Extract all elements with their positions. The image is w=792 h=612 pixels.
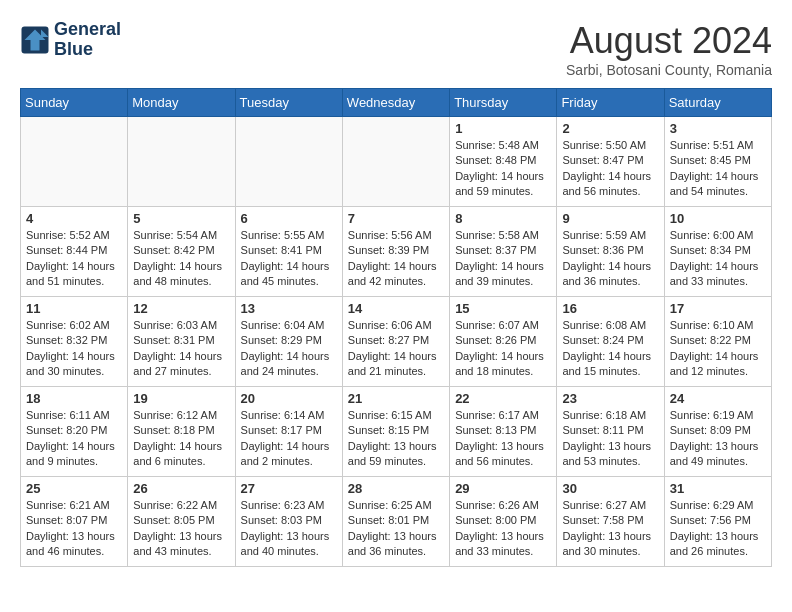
day-number: 25 (26, 481, 122, 496)
calendar-cell: 19Sunrise: 6:12 AM Sunset: 8:18 PM Dayli… (128, 387, 235, 477)
day-info: Sunrise: 6:18 AM Sunset: 8:11 PM Dayligh… (562, 408, 658, 470)
day-info: Sunrise: 6:19 AM Sunset: 8:09 PM Dayligh… (670, 408, 766, 470)
day-info: Sunrise: 6:25 AM Sunset: 8:01 PM Dayligh… (348, 498, 444, 560)
weekday-header-tuesday: Tuesday (235, 89, 342, 117)
day-info: Sunrise: 6:17 AM Sunset: 8:13 PM Dayligh… (455, 408, 551, 470)
day-info: Sunrise: 6:02 AM Sunset: 8:32 PM Dayligh… (26, 318, 122, 380)
day-info: Sunrise: 5:51 AM Sunset: 8:45 PM Dayligh… (670, 138, 766, 200)
weekday-header-monday: Monday (128, 89, 235, 117)
calendar-cell: 21Sunrise: 6:15 AM Sunset: 8:15 PM Dayli… (342, 387, 449, 477)
calendar-cell: 9Sunrise: 5:59 AM Sunset: 8:36 PM Daylig… (557, 207, 664, 297)
day-number: 30 (562, 481, 658, 496)
weekday-header-sunday: Sunday (21, 89, 128, 117)
logo: General Blue (20, 20, 121, 60)
calendar-table: SundayMondayTuesdayWednesdayThursdayFrid… (20, 88, 772, 567)
calendar-title: August 2024 (566, 20, 772, 62)
calendar-cell: 12Sunrise: 6:03 AM Sunset: 8:31 PM Dayli… (128, 297, 235, 387)
calendar-cell: 13Sunrise: 6:04 AM Sunset: 8:29 PM Dayli… (235, 297, 342, 387)
day-number: 20 (241, 391, 337, 406)
day-number: 21 (348, 391, 444, 406)
calendar-cell: 26Sunrise: 6:22 AM Sunset: 8:05 PM Dayli… (128, 477, 235, 567)
logo-text: General Blue (54, 20, 121, 60)
day-number: 19 (133, 391, 229, 406)
weekday-header-thursday: Thursday (450, 89, 557, 117)
day-info: Sunrise: 6:27 AM Sunset: 7:58 PM Dayligh… (562, 498, 658, 560)
day-info: Sunrise: 6:06 AM Sunset: 8:27 PM Dayligh… (348, 318, 444, 380)
day-number: 7 (348, 211, 444, 226)
day-number: 17 (670, 301, 766, 316)
day-info: Sunrise: 5:50 AM Sunset: 8:47 PM Dayligh… (562, 138, 658, 200)
weekday-header-wednesday: Wednesday (342, 89, 449, 117)
day-info: Sunrise: 6:22 AM Sunset: 8:05 PM Dayligh… (133, 498, 229, 560)
week-row-4: 18Sunrise: 6:11 AM Sunset: 8:20 PM Dayli… (21, 387, 772, 477)
weekday-header-saturday: Saturday (664, 89, 771, 117)
calendar-cell (235, 117, 342, 207)
calendar-cell (128, 117, 235, 207)
week-row-5: 25Sunrise: 6:21 AM Sunset: 8:07 PM Dayli… (21, 477, 772, 567)
weekday-header-row: SundayMondayTuesdayWednesdayThursdayFrid… (21, 89, 772, 117)
day-number: 4 (26, 211, 122, 226)
title-area: August 2024 Sarbi, Botosani County, Roma… (566, 20, 772, 78)
week-row-3: 11Sunrise: 6:02 AM Sunset: 8:32 PM Dayli… (21, 297, 772, 387)
calendar-cell: 27Sunrise: 6:23 AM Sunset: 8:03 PM Dayli… (235, 477, 342, 567)
day-number: 9 (562, 211, 658, 226)
day-info: Sunrise: 5:58 AM Sunset: 8:37 PM Dayligh… (455, 228, 551, 290)
calendar-cell: 30Sunrise: 6:27 AM Sunset: 7:58 PM Dayli… (557, 477, 664, 567)
day-number: 5 (133, 211, 229, 226)
calendar-cell: 1Sunrise: 5:48 AM Sunset: 8:48 PM Daylig… (450, 117, 557, 207)
calendar-cell: 31Sunrise: 6:29 AM Sunset: 7:56 PM Dayli… (664, 477, 771, 567)
day-info: Sunrise: 6:04 AM Sunset: 8:29 PM Dayligh… (241, 318, 337, 380)
calendar-cell: 6Sunrise: 5:55 AM Sunset: 8:41 PM Daylig… (235, 207, 342, 297)
day-info: Sunrise: 6:29 AM Sunset: 7:56 PM Dayligh… (670, 498, 766, 560)
day-info: Sunrise: 6:21 AM Sunset: 8:07 PM Dayligh… (26, 498, 122, 560)
logo-line1: General (54, 20, 121, 40)
day-number: 22 (455, 391, 551, 406)
day-number: 14 (348, 301, 444, 316)
calendar-cell: 24Sunrise: 6:19 AM Sunset: 8:09 PM Dayli… (664, 387, 771, 477)
logo-icon (20, 25, 50, 55)
calendar-cell: 7Sunrise: 5:56 AM Sunset: 8:39 PM Daylig… (342, 207, 449, 297)
day-number: 28 (348, 481, 444, 496)
day-info: Sunrise: 6:26 AM Sunset: 8:00 PM Dayligh… (455, 498, 551, 560)
day-info: Sunrise: 5:52 AM Sunset: 8:44 PM Dayligh… (26, 228, 122, 290)
day-info: Sunrise: 5:54 AM Sunset: 8:42 PM Dayligh… (133, 228, 229, 290)
calendar-cell: 23Sunrise: 6:18 AM Sunset: 8:11 PM Dayli… (557, 387, 664, 477)
day-info: Sunrise: 6:08 AM Sunset: 8:24 PM Dayligh… (562, 318, 658, 380)
calendar-cell: 5Sunrise: 5:54 AM Sunset: 8:42 PM Daylig… (128, 207, 235, 297)
calendar-cell: 15Sunrise: 6:07 AM Sunset: 8:26 PM Dayli… (450, 297, 557, 387)
week-row-1: 1Sunrise: 5:48 AM Sunset: 8:48 PM Daylig… (21, 117, 772, 207)
day-info: Sunrise: 6:11 AM Sunset: 8:20 PM Dayligh… (26, 408, 122, 470)
day-number: 11 (26, 301, 122, 316)
day-info: Sunrise: 6:23 AM Sunset: 8:03 PM Dayligh… (241, 498, 337, 560)
calendar-cell: 11Sunrise: 6:02 AM Sunset: 8:32 PM Dayli… (21, 297, 128, 387)
day-number: 6 (241, 211, 337, 226)
day-number: 2 (562, 121, 658, 136)
day-info: Sunrise: 6:12 AM Sunset: 8:18 PM Dayligh… (133, 408, 229, 470)
calendar-subtitle: Sarbi, Botosani County, Romania (566, 62, 772, 78)
day-number: 27 (241, 481, 337, 496)
calendar-cell (342, 117, 449, 207)
calendar-cell: 3Sunrise: 5:51 AM Sunset: 8:45 PM Daylig… (664, 117, 771, 207)
calendar-cell: 25Sunrise: 6:21 AM Sunset: 8:07 PM Dayli… (21, 477, 128, 567)
day-number: 12 (133, 301, 229, 316)
day-info: Sunrise: 6:15 AM Sunset: 8:15 PM Dayligh… (348, 408, 444, 470)
calendar-cell: 2Sunrise: 5:50 AM Sunset: 8:47 PM Daylig… (557, 117, 664, 207)
week-row-2: 4Sunrise: 5:52 AM Sunset: 8:44 PM Daylig… (21, 207, 772, 297)
calendar-cell: 14Sunrise: 6:06 AM Sunset: 8:27 PM Dayli… (342, 297, 449, 387)
day-info: Sunrise: 6:00 AM Sunset: 8:34 PM Dayligh… (670, 228, 766, 290)
weekday-header-friday: Friday (557, 89, 664, 117)
logo-line2: Blue (54, 40, 121, 60)
day-info: Sunrise: 6:07 AM Sunset: 8:26 PM Dayligh… (455, 318, 551, 380)
day-number: 10 (670, 211, 766, 226)
calendar-cell (21, 117, 128, 207)
day-info: Sunrise: 5:55 AM Sunset: 8:41 PM Dayligh… (241, 228, 337, 290)
day-number: 15 (455, 301, 551, 316)
day-number: 26 (133, 481, 229, 496)
day-info: Sunrise: 6:14 AM Sunset: 8:17 PM Dayligh… (241, 408, 337, 470)
day-info: Sunrise: 6:03 AM Sunset: 8:31 PM Dayligh… (133, 318, 229, 380)
day-number: 1 (455, 121, 551, 136)
day-number: 3 (670, 121, 766, 136)
calendar-cell: 22Sunrise: 6:17 AM Sunset: 8:13 PM Dayli… (450, 387, 557, 477)
calendar-cell: 17Sunrise: 6:10 AM Sunset: 8:22 PM Dayli… (664, 297, 771, 387)
day-number: 23 (562, 391, 658, 406)
